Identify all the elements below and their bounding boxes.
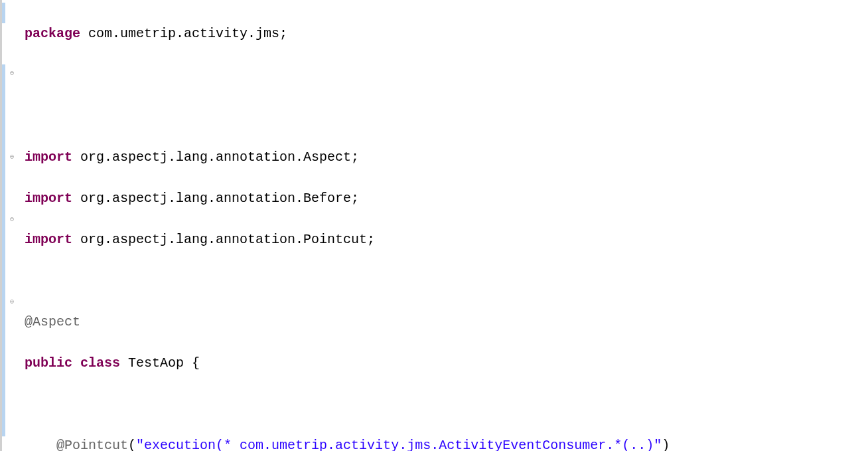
code-editor[interactable]: package com.umetrip.activity.jms; import…: [21, 0, 868, 451]
code-line: [25, 270, 868, 291]
annotation-pointcut: @Pointcut: [56, 438, 128, 451]
keyword-package: package: [25, 26, 80, 41]
keyword-import: import: [25, 232, 72, 247]
code-line: [25, 64, 868, 85]
fold-marker-3[interactable]: ⊖: [10, 217, 17, 223]
code-line: @Aspect: [25, 312, 868, 332]
keyword-import: import: [25, 149, 72, 165]
code-line: import org.aspectj.lang.annotation.Point…: [25, 229, 868, 250]
keyword-public: public: [25, 355, 72, 371]
annotation-aspect: @Aspect: [25, 314, 80, 329]
code-line: @Pointcut("execution(* com.umetrip.activ…: [25, 435, 868, 451]
code-line: public class TestAop {: [25, 353, 868, 373]
fold-marker-4[interactable]: ⊖: [10, 299, 17, 306]
change-bar-2: [2, 64, 5, 436]
code-line: [25, 394, 868, 414]
code-line: import org.aspectj.lang.annotation.Befor…: [25, 188, 868, 209]
string-literal: "execution(* com.umetrip.activity.jms.Ac…: [136, 438, 662, 451]
keyword-import: import: [25, 191, 72, 206]
keyword-class: class: [80, 355, 120, 371]
code-line: [25, 106, 868, 126]
code-line: package com.umetrip.activity.jms;: [25, 23, 868, 44]
fold-marker-2[interactable]: ⊖: [10, 154, 17, 161]
change-bar-1: [2, 3, 5, 23]
editor-gutter: ⊖ ⊖ ⊖ ⊖: [2, 0, 21, 451]
code-line: import org.aspectj.lang.annotation.Aspec…: [25, 147, 868, 167]
fold-marker-1[interactable]: ⊖: [10, 70, 17, 77]
